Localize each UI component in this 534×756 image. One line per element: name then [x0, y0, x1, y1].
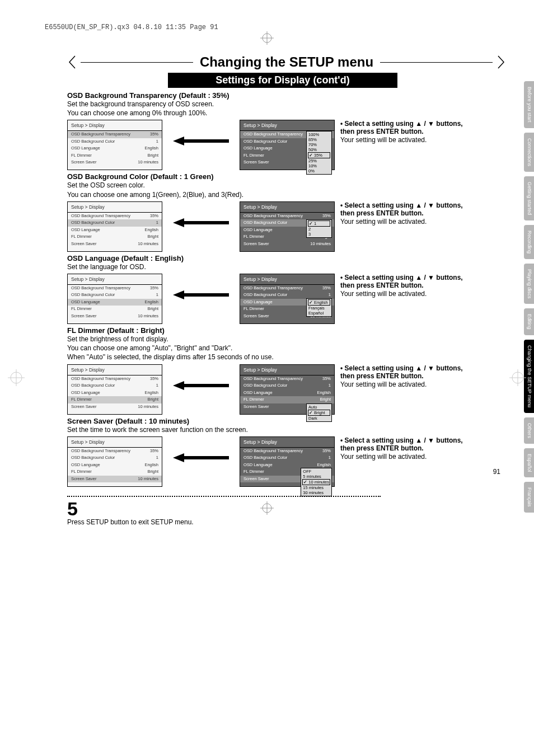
popup-option[interactable]: Auto [308, 405, 330, 410]
side-tab[interactable]: Français [524, 482, 534, 513]
popup-option[interactable]: 15 minutes [302, 485, 330, 490]
title-rule-right [380, 62, 493, 63]
menu-panel-popup: Setup > DisplayOSD Background Transparen… [240, 201, 335, 252]
option-popup[interactable]: ✓123 [306, 219, 332, 238]
setting-description: Set the OSD screen color. [67, 181, 506, 190]
option-popup[interactable]: 100%85%70%50%✓35%25%10%0% [306, 131, 332, 175]
menu-row[interactable]: Screen Saver10 minutes [68, 159, 162, 166]
menu-row[interactable]: OSD LanguageEnglish [68, 227, 162, 234]
menu-row[interactable]: OSD Background Color1 [240, 382, 334, 389]
menu-breadcrumb: Setup > Display [68, 120, 162, 130]
menu-row[interactable]: Screen Saver10 minutes [68, 476, 162, 483]
menu-row[interactable]: OSD Background Transparency35% [68, 131, 162, 138]
popup-option[interactable]: 0% [308, 168, 330, 173]
menu-row[interactable]: Screen Saver10 minutes [68, 241, 162, 248]
popup-option[interactable]: 50% [308, 147, 330, 152]
menu-panel-popup: Setup > DisplayOSD Background Transparen… [240, 274, 335, 324]
menu-row[interactable]: OSD LanguageEnglish [68, 389, 162, 397]
popup-option[interactable]: 5 minutes [302, 474, 330, 479]
menu-panel-popup: Setup > DisplayOSD Background Transparen… [240, 364, 335, 415]
svg-marker-4 [173, 218, 229, 227]
menu-row[interactable]: OSD LanguageEnglish [68, 145, 162, 152]
setting-heading: Screen Saver (Default : 10 minutes) [67, 417, 506, 425]
menu-row[interactable]: OSD Background Transparency35% [68, 213, 162, 220]
menu-row[interactable]: OSD Background Transparency35% [68, 375, 162, 383]
popup-option[interactable]: OFF [302, 469, 330, 474]
svg-marker-7 [173, 453, 229, 462]
popup-option[interactable]: ✓10 minutes [302, 479, 330, 485]
popup-option[interactable]: Français [308, 306, 330, 311]
side-tab[interactable]: Editing [524, 308, 534, 335]
menu-row[interactable]: OSD LanguageEnglish [240, 389, 334, 397]
menu-panel-result: Setup > DisplayOSD Background Transparen… [67, 201, 162, 252]
popup-option[interactable]: 70% [308, 142, 330, 147]
crop-mark-bottom [260, 501, 274, 515]
menu-row[interactable]: OSD Background Transparency35% [240, 375, 334, 383]
menu-row[interactable]: Screen Saver10 minutes [68, 403, 162, 411]
side-tab[interactable]: Español [524, 448, 534, 478]
setting-description: Set the brightness of front display. [67, 335, 506, 344]
menu-row[interactable]: OSD Background Color1 [68, 219, 162, 227]
setting-heading: FL Dimmer (Default : Bright) [67, 326, 506, 335]
side-tab[interactable]: Playing discs [524, 264, 534, 304]
popup-option[interactable]: 25% [308, 158, 330, 163]
menu-row[interactable]: FL DimmerBright [68, 233, 162, 241]
popup-option[interactable]: 10% [308, 163, 330, 168]
popup-option[interactable]: ✓English [308, 299, 330, 306]
side-tab[interactable]: Before you start [524, 81, 534, 128]
menu-panel-result: Setup > DisplayOSD Background Transparen… [67, 436, 162, 487]
menu-row[interactable]: OSD LanguageEnglish [68, 299, 162, 306]
side-tab[interactable]: Connections [524, 133, 534, 172]
popup-option[interactable]: 30 minutes [302, 490, 330, 495]
menu-row[interactable]: OSD Background Color1 [68, 138, 162, 145]
popup-option[interactable]: Dark [308, 416, 330, 421]
side-tab[interactable]: Recording [524, 225, 534, 259]
setting-description: Set the background transparency of OSD s… [67, 100, 506, 109]
section-subtitle-bar: Settings for Display (cont'd) [168, 73, 397, 88]
crop-mark-left [8, 369, 25, 386]
popup-option[interactable]: ✓Bright [308, 410, 330, 416]
menu-row[interactable]: OSD Background Color1 [68, 454, 162, 462]
instruction-block: • Select a setting using ▲ / ▼ buttons, … [340, 274, 463, 298]
menu-row[interactable]: OSD Background Color1 [68, 292, 162, 299]
popup-option[interactable]: Español [308, 311, 330, 316]
menu-row[interactable]: Screen Saver10 minutes [240, 241, 334, 248]
menu-breadcrumb: Setup > Display [240, 365, 334, 375]
menu-row[interactable]: OSD Background Transparency35% [68, 448, 162, 455]
option-popup[interactable]: ✓EnglishFrançaisEspañol [306, 298, 332, 317]
popup-option[interactable]: 3 [308, 232, 330, 237]
side-tab[interactable]: Others [524, 417, 534, 444]
option-popup[interactable]: OFF5 minutes✓10 minutes15 minutes30 minu… [301, 468, 332, 496]
instruction-block: • Select a setting using ▲ / ▼ buttons, … [340, 120, 463, 144]
print-header-note: E6550UD(EN_SP_FR).qx3 04.8.10 11:35 Page… [45, 24, 218, 31]
option-popup[interactable]: Auto✓BrightDark [306, 403, 332, 422]
side-tab[interactable]: Getting started [524, 176, 534, 220]
menu-row[interactable]: OSD Background Color1 [240, 454, 334, 462]
menu-row[interactable]: FL DimmerBright [68, 468, 162, 476]
menu-row[interactable]: OSD Background Transparency35% [240, 448, 334, 455]
check-icon: ✓ [309, 153, 313, 158]
popup-option[interactable]: 100% [308, 132, 330, 137]
setting-description: You can choose one among 0% through 100%… [67, 109, 506, 118]
svg-marker-5 [173, 290, 229, 299]
menu-row[interactable]: OSD Background Transparency35% [68, 285, 162, 292]
menu-panel-result: Setup > DisplayOSD Background Transparen… [67, 120, 162, 170]
menu-row[interactable]: FL DimmerBright [68, 396, 162, 403]
popup-option[interactable]: ✓1 [308, 220, 330, 227]
menu-row[interactable]: OSD Background Color1 [68, 382, 162, 389]
menu-row[interactable]: FL DimmerBright [68, 306, 162, 313]
popup-option[interactable]: ✓35% [308, 152, 330, 158]
menu-row[interactable]: FL DimmerBright [240, 396, 334, 403]
popup-option[interactable]: 2 [308, 227, 330, 232]
menu-row[interactable]: OSD Background Transparency35% [240, 285, 334, 292]
menu-row[interactable]: Screen Saver10 minutes [68, 313, 162, 320]
instruction-block: • Select a setting using ▲ / ▼ buttons, … [340, 201, 463, 226]
menu-breadcrumb: Setup > Display [240, 202, 334, 212]
arrow-left-icon [173, 290, 229, 299]
instruction-block: • Select a setting using ▲ / ▼ buttons, … [340, 436, 463, 461]
menu-row[interactable]: OSD LanguageEnglish [68, 462, 162, 469]
menu-row[interactable]: FL DimmerBright [68, 152, 162, 159]
dotted-divider [67, 496, 381, 497]
menu-row[interactable]: OSD Background Transparency35% [240, 213, 334, 220]
popup-option[interactable]: 85% [308, 137, 330, 142]
